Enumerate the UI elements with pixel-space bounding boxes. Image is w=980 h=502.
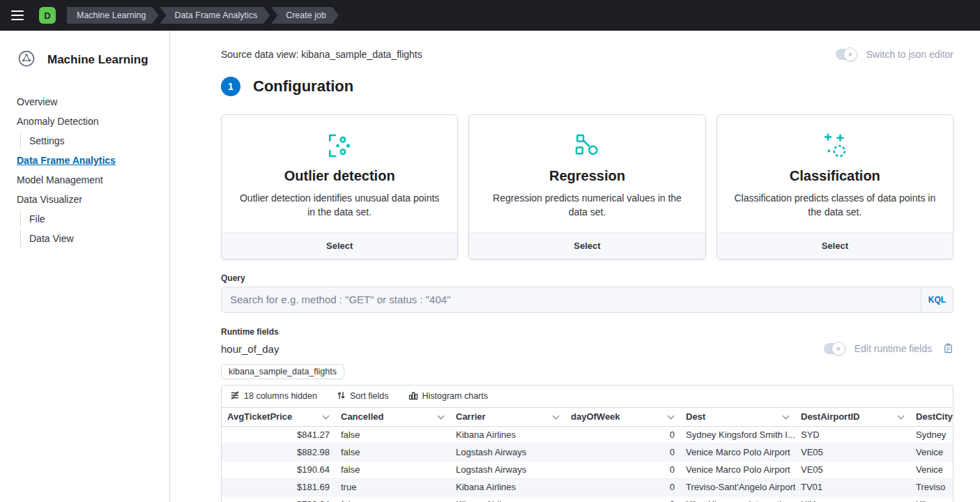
edit-runtime-fields-toggle[interactable]: × [824,343,843,354]
table-row: $841.27 false Kibana Airlines 0 Sydney K… [222,427,953,444]
grid-cell[interactable]: Venice [910,444,954,461]
grid-cell[interactable]: Logstash Airways [450,444,565,461]
histogram-charts-button[interactable]: Histogram charts [408,390,488,402]
sidebar-item-overview[interactable]: Overview [17,93,153,110]
sidebar-item-model-management[interactable]: Model Management [17,172,153,188]
grid-cell[interactable]: 0 [565,462,680,478]
query-bar: KQL [221,287,954,313]
columns-hidden-button[interactable]: 18 columns hidden [230,390,317,402]
sidebar-title: Machine Learning [47,53,148,67]
kql-language-button[interactable]: KQL [921,287,953,312]
grid-cell[interactable]: Venice Marco Polo Airport [680,462,795,478]
grid-cell[interactable]: Kibana Airlines [450,496,565,502]
grid-cell[interactable]: Logstash Airways [450,462,565,478]
grid-cell[interactable]: Kibana Airlines [450,479,565,496]
chevron-down-icon[interactable] [783,412,790,419]
grid-cell[interactable]: VE05 [795,462,910,478]
json-editor-toggle[interactable]: × [836,49,855,60]
sidebar-item-anomaly-detection[interactable]: Anomaly Detection [17,113,153,130]
grid-cell[interactable]: true [335,479,450,496]
grid-body: $841.27 false Kibana Airlines 0 Sydney K… [222,427,953,502]
classification-icon [731,132,939,161]
grid-cell[interactable]: false [335,496,450,502]
grid-cell[interactable]: Xi'an [910,496,954,502]
source-data-view-label: Source data view: kibana_sample_data_fli… [221,49,422,60]
card-description: Regression predicts numerical values in … [483,191,691,220]
card-outlier-detection[interactable]: Outlier detection Outlier detection iden… [221,114,458,259]
card-regression[interactable]: Regression Regression predicts numerical… [468,114,705,259]
card-description: Outlier detection identifies unusual dat… [236,191,443,220]
grid-cell[interactable]: Sydney [910,427,954,443]
table-row: $882.98 false Logstash Airways 0 Venice … [222,444,953,462]
sidebar-item-settings[interactable]: Settings [20,132,153,149]
grid-cell[interactable]: false [335,427,450,443]
hidden-columns-icon [230,390,240,402]
column-header-dest[interactable]: Dest [680,408,795,426]
grid-cell[interactable]: VE05 [795,444,910,461]
card-title: Classification [731,168,939,184]
chevron-down-icon[interactable] [438,412,445,419]
select-classification-button[interactable]: Select [717,232,953,259]
sort-fields-label: Sort fields [350,391,389,401]
breadcrumb-machine-learning[interactable]: Machine Learning [67,7,158,24]
chevron-down-icon[interactable] [553,412,560,419]
sort-icon [337,390,346,402]
runtime-field-value: hour_of_day [221,343,279,355]
query-input[interactable] [222,287,921,312]
table-row: $730.04 false Kibana Airlines 0 Xi'an Xi… [222,496,953,502]
grid-cell[interactable]: Xi'an Xianyang Internatio... [680,496,795,502]
chevron-down-icon[interactable] [668,412,675,419]
select-outlier-detection-button[interactable]: Select [222,232,457,259]
grid-cell[interactable]: 0 [565,427,680,443]
space-avatar[interactable]: D [39,7,56,24]
sort-fields-button[interactable]: Sort fields [337,390,389,402]
grid-cell[interactable]: Treviso-Sant'Angelo Airport [680,479,795,496]
card-classification[interactable]: Classification Classification predicts c… [717,114,954,259]
grid-cell[interactable]: $730.04 [222,496,335,502]
grid-cell[interactable]: Venice Marco Polo Airport [680,444,795,461]
sidebar-item-data-visualizer[interactable]: Data Visualizer [17,191,153,208]
grid-cell[interactable]: $181.69 [222,479,335,496]
select-regression-button[interactable]: Select [469,232,705,259]
column-header-dayofweek[interactable]: dayOfWeek [565,408,680,426]
copy-icon[interactable] [943,342,954,356]
toggle-off-icon: × [843,47,857,61]
grid-cell[interactable]: $882.98 [222,444,335,461]
query-label: Query [221,273,954,283]
table-row: $190.64 false Logstash Airways 0 Venice … [222,462,953,479]
grid-cell[interactable]: TV01 [795,479,910,496]
sidebar-item-data-frame-analytics[interactable]: Data Frame Analytics [17,152,153,169]
column-header-avgticketprice[interactable]: AvgTicketPrice [222,408,335,426]
grid-cell[interactable]: Sydney Kingsford Smith I... [680,427,795,443]
grid-cell[interactable]: 0 [565,479,680,496]
column-header-carrier[interactable]: Carrier [450,408,565,426]
sidebar-item-data-view[interactable]: Data View [20,230,153,247]
step-number-badge: 1 [221,77,240,96]
grid-header-row: AvgTicketPrice Cancelled Carrier dayOfWe… [222,407,953,427]
grid-cell[interactable]: $190.64 [222,462,335,478]
column-header-destairportid[interactable]: DestAirportID [795,408,910,426]
breadcrumb: Machine Learning Data Frame Analytics Cr… [67,7,340,24]
sidebar: Machine Learning Overview Anomaly Detect… [0,31,170,502]
grid-cell[interactable]: false [335,462,450,478]
sidebar-item-file[interactable]: File [20,211,153,227]
grid-cell[interactable]: $841.27 [222,427,335,443]
chevron-down-icon[interactable] [898,412,905,419]
grid-cell[interactable]: SYD [795,427,910,443]
column-header-destcityname[interactable]: DestCityN [910,408,954,426]
column-header-cancelled[interactable]: Cancelled [335,408,450,426]
breadcrumb-create-job[interactable]: Create job [271,7,339,24]
chevron-down-icon[interactable] [323,412,330,419]
json-editor-toggle-label: Switch to json editor [866,49,954,60]
grid-cell[interactable]: 0 [565,444,680,461]
grid-cell[interactable]: false [335,444,450,461]
grid-cell[interactable]: 0 [565,496,680,502]
grid-cell[interactable]: Treviso [910,479,954,496]
grid-cell[interactable]: Kibana Airlines [450,427,565,443]
hamburger-menu-icon[interactable] [11,10,25,20]
toggle-off-icon: × [832,342,845,356]
outlier-detection-icon [236,132,443,161]
grid-cell[interactable]: Venice [910,462,954,478]
grid-cell[interactable]: XIY [795,496,910,502]
breadcrumb-data-frame-analytics[interactable]: Data Frame Analytics [160,7,270,24]
